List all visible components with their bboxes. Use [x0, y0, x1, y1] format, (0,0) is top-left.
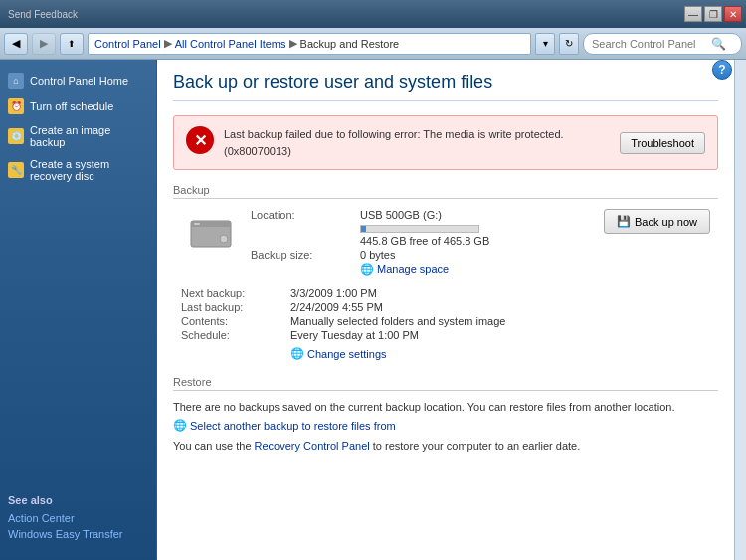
change-settings-row: 🌐 Change settings: [181, 343, 710, 360]
sidebar: ⌂ Control Panel Home ⏰ Turn off schedule…: [0, 60, 157, 560]
location-value: USB 500GB (G:): [360, 209, 442, 221]
close-button[interactable]: ✕: [724, 6, 742, 22]
select-backup-link[interactable]: 🌐 Select another backup to restore files…: [173, 419, 718, 432]
schedule-label: Schedule:: [181, 329, 290, 341]
scrollbar[interactable]: [734, 60, 746, 560]
backup-meta: Next backup: 3/3/2009 1:00 PM Last backu…: [181, 287, 710, 360]
main-layout: ⌂ Control Panel Home ⏰ Turn off schedule…: [0, 60, 746, 560]
address-bar: ◀ ▶ ⬆ Control Panel ▶ All Control Panel …: [0, 28, 746, 60]
usb-bar-row: [251, 223, 604, 233]
last-backup-value: 2/24/2009 4:55 PM: [290, 301, 383, 313]
search-box[interactable]: 🔍: [583, 33, 742, 55]
last-backup-label: Last backup:: [181, 301, 290, 313]
see-also-title: See also: [8, 494, 148, 506]
recovery-text: You can use the Recovery Control Panel t…: [173, 440, 718, 452]
next-backup-row: Next backup: 3/3/2009 1:00 PM: [181, 287, 710, 299]
breadcrumb-all-items[interactable]: All Control Panel Items: [175, 38, 286, 50]
up-button[interactable]: ⬆: [60, 33, 84, 55]
backup-section-title: Backup: [173, 184, 718, 199]
drive-icon: [181, 209, 241, 253]
send-feedback-link[interactable]: Send Feedback: [8, 9, 78, 20]
forward-button[interactable]: ▶: [32, 33, 56, 55]
see-also-easy-transfer[interactable]: Windows Easy Transfer: [8, 528, 148, 540]
back-button[interactable]: ◀: [4, 33, 28, 55]
restore-link-icon: 🌐: [173, 419, 187, 432]
error-text-content: Last backup failed due to following erro…: [224, 128, 564, 157]
error-icon: ✕: [186, 126, 214, 154]
usb-bar-fill: [361, 226, 366, 232]
manage-icon: 🌐: [360, 263, 377, 275]
free-space-value: 445.8 GB free of 465.8 GB: [360, 235, 489, 247]
disk-icon: 💿: [8, 128, 24, 144]
recovery-icon: 🔧: [8, 162, 24, 178]
backup-content: Location: USB 500GB (G:): [173, 209, 718, 360]
change-settings-link[interactable]: 🌐 Change settings: [290, 347, 387, 360]
location-row: Location: USB 500GB (G:): [251, 209, 604, 221]
schedule-row: Schedule: Every Tuesday at 1:00 PM: [181, 329, 710, 341]
change-settings-text: Change settings: [307, 348, 387, 360]
backup-location-row: Location: USB 500GB (G:): [181, 209, 710, 278]
contents-row: Contents: Manually selected folders and …: [181, 315, 710, 327]
contents-value: Manually selected folders and system ima…: [290, 315, 505, 327]
schedule-value: Every Tuesday at 1:00 PM: [290, 329, 419, 341]
svg-rect-2: [194, 223, 200, 225]
sidebar-item-turn-off-schedule[interactable]: ⏰ Turn off schedule: [0, 93, 156, 119]
back-up-now-label: Back up now: [635, 216, 697, 228]
location-label: Location:: [251, 209, 360, 221]
sidebar-item-create-image[interactable]: 💿 Create an image backup: [0, 119, 156, 153]
free-space-row: 445.8 GB free of 465.8 GB: [251, 235, 604, 247]
title-bar: Send Feedback — ❐ ✕: [0, 0, 746, 28]
window-controls: — ❐ ✕: [684, 6, 742, 22]
back-up-now-button[interactable]: 💾 Back up now: [604, 209, 710, 234]
last-backup-row: Last backup: 2/24/2009 4:55 PM: [181, 301, 710, 313]
troubleshoot-button[interactable]: Troubleshoot: [620, 132, 705, 154]
address-dropdown-button[interactable]: ▾: [535, 33, 555, 55]
manage-row: 🌐 Manage space: [251, 263, 604, 276]
refresh-button[interactable]: ↻: [559, 33, 579, 55]
see-also-section: See also Action Center Windows Easy Tran…: [0, 486, 156, 552]
sidebar-create-image-label: Create an image backup: [30, 124, 148, 148]
settings-icon: 🌐: [290, 347, 304, 360]
clock-icon: ⏰: [8, 98, 24, 114]
sidebar-home-label: Control Panel Home: [30, 75, 128, 87]
backup-icon-small: 💾: [617, 215, 631, 228]
recovery-text-after: to restore your computer to an earlier d…: [373, 440, 581, 452]
backup-section: Backup Locat: [173, 184, 718, 360]
restore-section-title: Restore: [173, 376, 718, 391]
manage-link-text: Manage space: [377, 263, 449, 275]
backup-size-label: Backup size:: [251, 249, 360, 261]
help-button[interactable]: ?: [712, 60, 732, 80]
home-icon: ⌂: [8, 73, 24, 89]
sidebar-item-home[interactable]: ⌂ Control Panel Home: [0, 68, 156, 93]
error-message: Last backup failed due to following erro…: [224, 126, 610, 159]
usb-bar-container: [360, 225, 479, 233]
see-also-action-center[interactable]: Action Center: [8, 512, 148, 524]
backup-size-value: 0 bytes: [360, 249, 395, 261]
next-backup-value: 3/3/2009 1:00 PM: [290, 287, 377, 299]
backup-size-row: Backup size: 0 bytes: [251, 249, 604, 261]
restore-section: Restore There are no backups saved on th…: [173, 376, 718, 452]
svg-point-3: [220, 235, 228, 243]
page-title: Back up or restore user and system files: [173, 72, 718, 101]
manage-space-link[interactable]: 🌐 Manage space: [360, 263, 449, 276]
content-area: Back up or restore user and system files…: [157, 60, 734, 560]
restore-button[interactable]: ❐: [704, 6, 722, 22]
breadcrumb: Control Panel ▶ All Control Panel Items …: [88, 33, 531, 55]
breadcrumb-sep-1: ▶: [164, 37, 172, 50]
contents-label: Contents:: [181, 315, 290, 327]
next-backup-label: Next backup:: [181, 287, 290, 299]
search-input[interactable]: [592, 38, 711, 50]
sidebar-item-create-recovery[interactable]: 🔧 Create a system recovery disc: [0, 153, 156, 187]
backup-drive-info: Location: USB 500GB (G:): [251, 209, 604, 278]
minimize-button[interactable]: —: [684, 6, 702, 22]
search-icon: 🔍: [711, 37, 726, 51]
sidebar-recovery-label: Create a system recovery disc: [30, 158, 148, 182]
error-banner: ✕ Last backup failed due to following er…: [173, 115, 718, 170]
recovery-text-before: You can use the: [173, 440, 252, 452]
recovery-control-panel-link[interactable]: Recovery Control Panel: [255, 440, 370, 452]
recovery-link-text: Recovery Control Panel: [255, 440, 370, 452]
breadcrumb-current: Backup and Restore: [300, 38, 400, 50]
breadcrumb-control-panel[interactable]: Control Panel: [94, 38, 161, 50]
sidebar-turn-off-label: Turn off schedule: [30, 100, 113, 112]
breadcrumb-sep-2: ▶: [289, 37, 297, 50]
